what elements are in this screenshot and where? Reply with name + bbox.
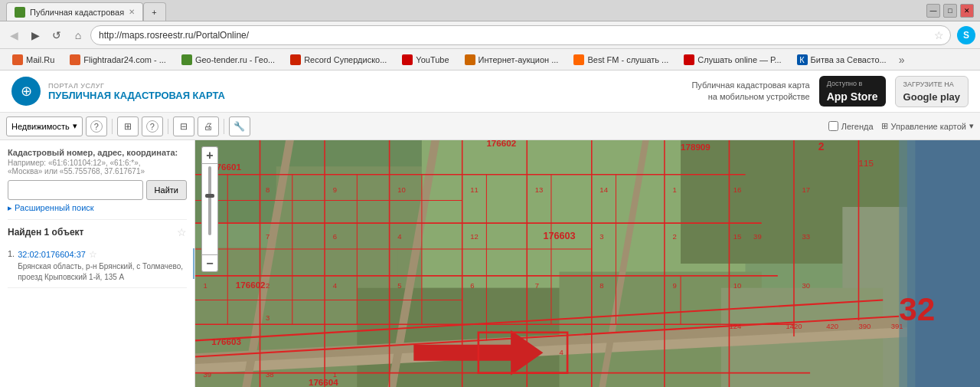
skype-button[interactable]: S: [957, 26, 975, 44]
wrench-icon: 🔧: [234, 121, 245, 132]
svg-text:13: 13: [535, 185, 544, 194]
bookmark-label: Mail.Ru: [26, 55, 54, 64]
svg-text:1: 1: [672, 185, 676, 194]
svg-text:1420: 1420: [786, 322, 802, 330]
found-text: Найден 1 объект: [8, 227, 84, 238]
refresh-button[interactable]: ↺: [47, 26, 66, 44]
google-play-button[interactable]: ЗАГРУЗИТЕ НА Google play: [895, 76, 969, 107]
result-cadastral-link[interactable]: 32:02:0176604:37: [18, 250, 86, 259]
youtube-favicon-icon: [402, 54, 413, 65]
svg-text:39: 39: [204, 370, 212, 379]
svg-text:6: 6: [333, 232, 337, 241]
google-play-line1: ЗАГРУЗИТЕ НА: [903, 80, 954, 88]
bookmark-flightradar[interactable]: Flightradar24.com - ...: [64, 51, 172, 68]
minimize-button[interactable]: —: [926, 4, 940, 18]
maximize-button[interactable]: □: [943, 4, 957, 18]
settings-button[interactable]: 🔧: [229, 116, 250, 136]
svg-text:5: 5: [397, 281, 401, 290]
svg-text:32: 32: [899, 291, 935, 327]
print-button[interactable]: 🖨: [198, 116, 219, 136]
back-button[interactable]: ◀: [5, 26, 23, 44]
tab-title: Публичная кадастровая: [30, 8, 124, 17]
svg-text:115: 115: [858, 158, 873, 168]
manage-map-button[interactable]: ⊞ Управление картой ▾: [881, 121, 974, 131]
bookmark-bestfm[interactable]: Best FM - слушать ...: [567, 51, 675, 68]
bestfm-favicon-icon: [573, 54, 584, 65]
zoom-out-button[interactable]: −: [201, 255, 218, 272]
svg-text:10: 10: [733, 281, 742, 290]
tab-area: Публичная кадастровая ✕ +: [6, 0, 914, 21]
legend-checkbox[interactable]: [828, 121, 838, 131]
legend-toggle[interactable]: Легенда: [828, 121, 874, 131]
portal-header-right: Публичная кадастровая карта на мобильном…: [691, 76, 969, 107]
search-hint-2: «Москва» или «55.755768, 37.617671»: [8, 167, 187, 175]
advanced-search-link[interactable]: ▸ Расширенный поиск: [8, 203, 187, 213]
manage-map-label: Управление картой: [891, 122, 966, 131]
auction-favicon-icon: [465, 54, 475, 65]
bookmark-star-icon[interactable]: ☆: [934, 29, 944, 41]
help-button[interactable]: ?: [86, 116, 107, 136]
svg-text:9: 9: [672, 281, 676, 290]
svg-text:3: 3: [599, 232, 603, 241]
bookmark-sevastopol[interactable]: К Битва за Севасто...: [791, 51, 893, 68]
mobile-text-line2: на мобильном устройстве: [691, 91, 809, 103]
bookmark-record[interactable]: Record Супердиско...: [284, 51, 393, 68]
svg-text:4: 4: [560, 348, 564, 356]
title-bar: Публичная кадастровая ✕ + — □ ✕: [0, 0, 980, 21]
scale-handle[interactable]: [205, 194, 214, 198]
mail-favicon-icon: [12, 54, 23, 65]
svg-text:176603: 176603: [211, 336, 241, 346]
svg-text:8: 8: [266, 185, 270, 194]
zoom-in-button[interactable]: +: [201, 146, 218, 163]
address-bar[interactable]: http://maps.rosreestr.ru/PortalOnline/ ☆: [90, 25, 951, 45]
svg-text:38: 38: [266, 370, 274, 379]
flightradar-favicon-icon: [70, 54, 80, 65]
property-type-dropdown[interactable]: Недвижимость ▾: [6, 116, 83, 136]
map-svg: 32 178909 2 115 176602 176601 176603 176…: [195, 140, 980, 387]
navigation-bar: ◀ ▶ ↺ ⌂ http://maps.rosreestr.ru/PortalO…: [0, 21, 980, 49]
svg-text:1: 1: [333, 370, 337, 379]
new-tab-btn[interactable]: +: [143, 2, 166, 21]
svg-text:391: 391: [891, 322, 903, 330]
close-window-button[interactable]: ✕: [960, 4, 974, 18]
svg-text:8: 8: [599, 281, 603, 290]
bookmark-auction[interactable]: Интернет-аукцион ...: [459, 51, 565, 68]
map-area[interactable]: 32 178909 2 115 176602 176601 176603 176…: [195, 140, 980, 387]
search-input[interactable]: [8, 180, 143, 200]
active-tab[interactable]: Публичная кадастровая ✕: [6, 2, 143, 21]
bookmark-geo[interactable]: Geo-tender.ru - Гео...: [175, 51, 281, 68]
result-star-icon[interactable]: ☆: [89, 249, 97, 260]
svg-text:10: 10: [397, 185, 406, 194]
bookmark-label: YouTube: [416, 55, 449, 64]
svg-text:178909: 178909: [681, 142, 710, 152]
bookmark-mail[interactable]: Mail.Ru: [6, 51, 60, 68]
svg-text:1: 1: [204, 281, 207, 290]
app-store-button[interactable]: Доступно в App Store: [819, 76, 886, 107]
search-label: Кадастровый номер, адрес, координата:: [8, 148, 187, 157]
home-button[interactable]: ⌂: [69, 26, 87, 44]
bookmark-online[interactable]: Слушать online — Р...: [678, 51, 787, 68]
forward-button[interactable]: ▶: [26, 26, 44, 44]
search-button[interactable]: Найти: [146, 180, 187, 200]
svg-text:15: 15: [733, 232, 742, 241]
favorites-star-icon[interactable]: ☆: [177, 226, 187, 238]
svg-text:390: 390: [858, 322, 871, 330]
bookmarks-bar: Mail.Ru Flightradar24.com - ... Geo-tend…: [0, 49, 980, 71]
mobile-text-line1: Публичная кадастровая карта: [691, 80, 809, 91]
content-area: Кадастровый номер, адрес, координата: На…: [0, 140, 980, 387]
bookmark-youtube[interactable]: YouTube: [396, 51, 455, 68]
measure-button[interactable]: ⊞: [117, 116, 139, 136]
svg-text:14: 14: [599, 185, 608, 194]
result-address: Брянская область, р-н Брянский, с Толмач…: [18, 261, 187, 283]
svg-text:39: 39: [753, 232, 762, 241]
svg-text:7: 7: [535, 281, 539, 290]
svg-text:12: 12: [470, 232, 479, 241]
info-button[interactable]: ?: [142, 116, 163, 136]
tab-close-button[interactable]: ✕: [129, 8, 135, 16]
app-store-line1: Доступно в: [827, 80, 863, 87]
zoom-controls: + −: [201, 146, 218, 272]
svg-text:33: 33: [802, 232, 811, 241]
bookmarks-more-button[interactable]: »: [896, 54, 908, 66]
svg-text:11: 11: [470, 185, 479, 194]
layers-button[interactable]: ⊟: [173, 116, 194, 136]
